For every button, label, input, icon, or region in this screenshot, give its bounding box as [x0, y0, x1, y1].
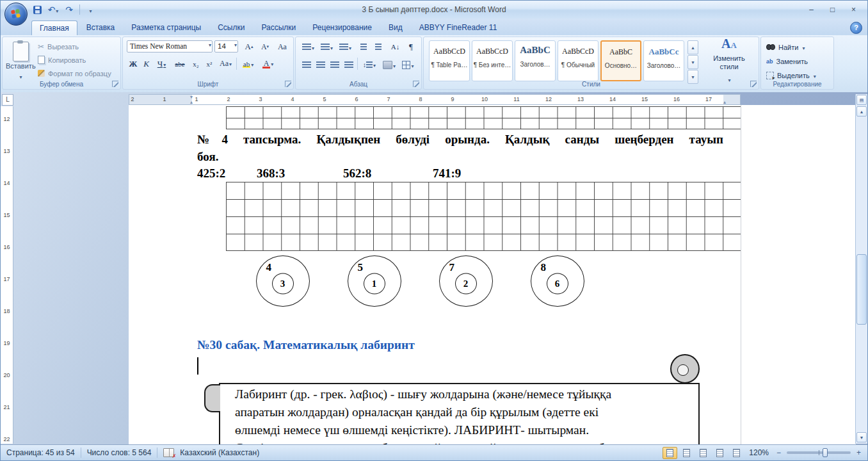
tab-razmetka[interactable]: Разметка страницы [124, 20, 209, 35]
font-color-button[interactable]: А [259, 57, 277, 70]
increase-indent-button[interactable] [371, 40, 385, 54]
format-painter-button[interactable]: Формат по образцу [38, 67, 111, 80]
outline-view-button[interactable] [712, 447, 727, 459]
word-count[interactable]: Число слов: 5 564 [81, 448, 157, 457]
office-button[interactable] [4, 3, 28, 26]
numbering-button[interactable] [318, 40, 335, 54]
tab-vstavka[interactable]: Вставка [79, 20, 123, 35]
style-heading2[interactable]: AaBbCc Заголово… [643, 40, 684, 81]
zoom-out-button[interactable]: − [774, 448, 784, 458]
align-justify-button[interactable] [342, 58, 355, 72]
numbering-dropdown-icon[interactable] [330, 41, 333, 53]
zoom-slider-thumb[interactable] [823, 448, 828, 457]
redo-button[interactable]: ↷ [62, 3, 76, 16]
lesson-heading[interactable]: №30 сабақ. Математикалық лабиринт [197, 338, 415, 352]
answer-circle[interactable]: 4 3 [237, 255, 328, 313]
sort-button[interactable]: А↓ [387, 40, 403, 54]
underline-button[interactable]: Ч [153, 57, 170, 70]
table-grid-top[interactable] [226, 106, 741, 129]
line-spacing-button[interactable]: ↕ [360, 58, 379, 72]
zoom-in-button[interactable]: + [854, 448, 864, 458]
scroll-up-button[interactable]: ▲ [856, 106, 867, 117]
minimize-button[interactable]: – [801, 3, 821, 17]
borders-button[interactable] [399, 58, 417, 72]
find-dropdown-icon[interactable] [801, 44, 805, 51]
align-right-button[interactable] [328, 58, 341, 72]
scrollbar-thumb[interactable] [856, 254, 867, 325]
cut-button[interactable]: ✂ Вырезать [38, 40, 79, 53]
horizontal-ruler[interactable]: 211234567891011121314151617 ▾ ▴ ▴ [129, 94, 741, 105]
select-dropdown-icon[interactable] [813, 72, 816, 79]
styles-dialog-launcher-icon[interactable] [750, 81, 757, 87]
language-indicator[interactable]: Казахский (Казахстан) [174, 448, 265, 457]
undo-dropdown-icon[interactable] [55, 4, 58, 15]
font-size-dropdown-icon[interactable]: ▾ [234, 42, 237, 48]
hanging-indent-marker[interactable]: ▴ [190, 99, 193, 105]
maximize-button[interactable]: □ [823, 3, 842, 17]
change-styles-button[interactable]: AA Изменить стили [703, 42, 755, 79]
undo-button[interactable]: ↶ [46, 3, 60, 16]
view-ruler-toggle-button[interactable]: ▤ [856, 95, 867, 105]
shading-dropdown-icon[interactable] [392, 59, 396, 70]
division-exercises[interactable]: 425:2368:3562:8741:9 [197, 166, 556, 182]
style-heading1[interactable]: AaBbC Заголов… [515, 40, 556, 81]
close-button[interactable]: × [844, 3, 864, 17]
vertical-scrollbar[interactable]: ▤ ▲ ▼ [855, 94, 867, 444]
clipboard-dialog-launcher-icon[interactable] [112, 81, 118, 87]
answer-circle[interactable]: 5 1 [328, 255, 420, 313]
highlight-button[interactable]: ab [239, 57, 257, 70]
style-no-spacing[interactable]: AaBbCcD ¶ Без инте… [472, 40, 513, 81]
tab-recenzirovanie[interactable]: Рецензирование [305, 20, 380, 35]
styles-scroll-up-button[interactable]: ▲ [687, 40, 698, 54]
italic-button[interactable]: K [140, 57, 152, 70]
tab-ssylki[interactable]: Ссылки [210, 20, 252, 35]
tab-glavnaya[interactable]: Главная [31, 20, 77, 35]
multilevel-dropdown-icon[interactable] [348, 41, 351, 53]
multilevel-list-button[interactable] [337, 40, 354, 54]
style-table-paragraph[interactable]: AaBbCcD ¶ Table Pa… [429, 40, 470, 81]
change-case-button[interactable]: Aa [217, 57, 234, 70]
style-normal[interactable]: AaBbCcD ¶ Обычный [558, 40, 599, 81]
underline-dropdown-icon[interactable] [163, 59, 166, 69]
font-name-dropdown-icon[interactable]: ▾ [209, 42, 211, 48]
shrink-font-button[interactable]: А▾ [257, 40, 273, 54]
font-name-combo[interactable]: Times New Roman ▾ [127, 40, 213, 53]
vertical-ruler[interactable]: 1213141516171819202122 [1, 106, 13, 444]
change-case-dropdown-icon[interactable] [229, 59, 232, 69]
strikethrough-button[interactable]: abe [172, 57, 188, 70]
replace-button[interactable]: ab Заменить [766, 54, 808, 68]
font-color-dropdown-icon[interactable] [270, 59, 273, 69]
style-body-text-selected[interactable]: AaBbC Основно… [600, 40, 641, 81]
save-button[interactable] [30, 3, 44, 16]
zoom-level[interactable]: 120% [746, 448, 772, 457]
line-spacing-dropdown-icon[interactable] [373, 61, 376, 69]
print-layout-view-button[interactable] [663, 447, 677, 459]
qat-customize-button[interactable] [83, 3, 97, 16]
styles-scroll-down-button[interactable]: ▼ [687, 55, 698, 69]
shading-button[interactable] [380, 58, 398, 72]
find-button[interactable]: Найти [766, 40, 805, 54]
grow-font-button[interactable]: А▴ [241, 40, 257, 54]
zoom-slider[interactable] [787, 451, 851, 454]
answer-circle[interactable]: 7 2 [420, 255, 511, 313]
decrease-indent-button[interactable] [357, 40, 371, 54]
help-button[interactable]: ? [850, 22, 862, 34]
align-left-button[interactable] [300, 58, 313, 72]
task-paragraph[interactable]: №4 тапсырма. Қалдықпен бөлуді орында. Қа… [197, 131, 723, 165]
tab-vid[interactable]: Вид [381, 20, 410, 35]
font-dialog-launcher-icon[interactable] [285, 81, 291, 87]
right-indent-marker[interactable]: ▴ [723, 99, 726, 105]
answer-circle[interactable]: 8 6 [511, 255, 603, 313]
clear-formatting-button[interactable]: Аа [274, 40, 291, 54]
bold-button[interactable]: Ж [127, 57, 140, 70]
tab-rassylki[interactable]: Рассылки [253, 20, 303, 35]
align-center-button[interactable] [314, 58, 327, 72]
proofing-status-icon[interactable] [163, 448, 174, 457]
tab-abbyy-finereader[interactable]: ABBYY FineReader 11 [412, 20, 505, 35]
highlight-dropdown-icon[interactable] [250, 60, 253, 68]
web-layout-view-button[interactable] [696, 447, 711, 459]
page-indicator[interactable]: Страница: 45 из 54 [1, 448, 81, 457]
subscript-button[interactable]: x₂ [189, 57, 202, 70]
fullscreen-reading-view-button[interactable] [679, 447, 694, 459]
borders-dropdown-icon[interactable] [410, 59, 414, 70]
